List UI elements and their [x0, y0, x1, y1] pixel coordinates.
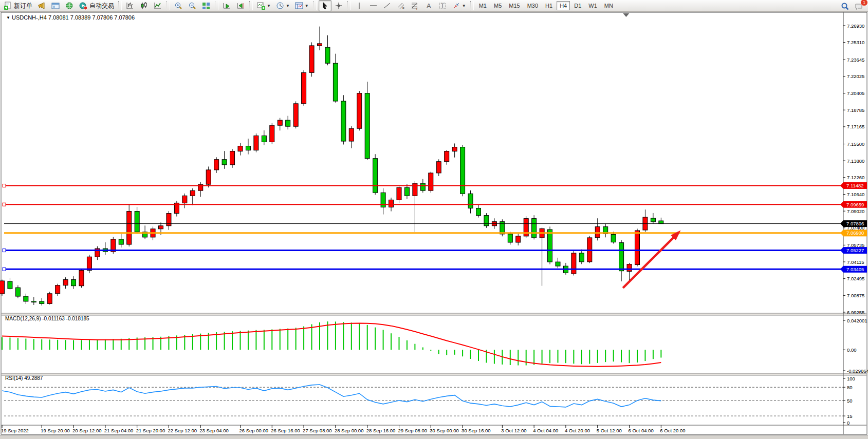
candle-body[interactable]	[254, 136, 258, 150]
candle-body[interactable]	[31, 301, 36, 302]
candle-body[interactable]	[302, 72, 306, 103]
trendline-button[interactable]	[381, 0, 394, 11]
bar-chart-button[interactable]	[124, 0, 137, 11]
candle-body[interactable]	[349, 128, 354, 141]
timeframe-button-m15[interactable]: M15	[506, 1, 523, 10]
candle-body[interactable]	[548, 230, 552, 262]
candle-body[interactable]	[8, 281, 12, 289]
tile-windows-button[interactable]	[200, 0, 213, 11]
cursor-button[interactable]	[319, 0, 331, 11]
candle-body[interactable]	[286, 120, 290, 126]
candle-body[interactable]	[532, 219, 537, 238]
chevron-down-icon[interactable]: ▼	[267, 4, 271, 8]
candlestick-button[interactable]	[138, 0, 151, 11]
candle-body[interactable]	[230, 151, 235, 165]
search-button[interactable]	[839, 1, 852, 12]
candle-body[interactable]	[341, 101, 346, 141]
crosshair-button[interactable]	[333, 0, 345, 11]
candle-body[interactable]	[357, 93, 362, 129]
candle-body[interactable]	[445, 151, 449, 162]
candle-body[interactable]	[63, 280, 68, 285]
candle-body[interactable]	[484, 216, 489, 226]
templates-button[interactable]: ▼	[293, 0, 311, 11]
candle-body[interactable]	[278, 120, 282, 125]
candle-body[interactable]	[508, 234, 512, 242]
candle-body[interactable]	[270, 125, 274, 142]
fibonacci-button[interactable]: F	[409, 0, 421, 11]
candle-body[interactable]	[293, 104, 298, 126]
vertical-line-button[interactable]	[353, 0, 366, 11]
candle-body[interactable]	[659, 221, 663, 224]
candle-body[interactable]	[40, 301, 44, 303]
timeframe-button-h4[interactable]: H4	[557, 1, 570, 10]
candle-body[interactable]	[420, 183, 425, 190]
periods-button[interactable]: ▼	[274, 0, 292, 11]
candle-body[interactable]	[190, 190, 195, 196]
arrows-button[interactable]: ▼	[450, 0, 468, 11]
channel-button[interactable]: E	[395, 0, 408, 11]
candle-body[interactable]	[119, 239, 123, 244]
candle-body[interactable]	[87, 257, 91, 270]
timeframe-button-d1[interactable]: D1	[571, 1, 584, 10]
timeframe-button-m5[interactable]: M5	[491, 1, 505, 10]
timeframe-button-w1[interactable]: W1	[585, 1, 600, 10]
candle-body[interactable]	[373, 159, 378, 193]
timeframe-button-h1[interactable]: H1	[542, 1, 556, 10]
timeframe-button-mn[interactable]: MN	[601, 1, 616, 10]
candle-body[interactable]	[452, 147, 457, 151]
candle-body[interactable]	[159, 226, 163, 229]
horizontal-line-button[interactable]	[367, 0, 380, 11]
candle-body[interactable]	[619, 243, 624, 271]
auto-scroll-button[interactable]	[220, 0, 233, 11]
candle-body[interactable]	[246, 146, 250, 150]
line-handle[interactable]	[3, 268, 6, 271]
timeframe-button-m1[interactable]: M1	[476, 1, 490, 10]
chat-button[interactable]: 1	[853, 1, 865, 12]
candle-body[interactable]	[579, 253, 584, 262]
pane-splitter[interactable]	[2, 313, 866, 315]
line-handle[interactable]	[3, 203, 6, 206]
zoom-in-button[interactable]	[172, 0, 185, 11]
announcement-button[interactable]	[35, 0, 48, 11]
candle-body[interactable]	[651, 218, 655, 222]
candle-body[interactable]	[262, 136, 266, 142]
zoom-out-button[interactable]	[186, 0, 199, 11]
chart-canvas[interactable]: 7.269307.253107.236457.220257.204057.187…	[0, 12, 868, 439]
pane-splitter[interactable]	[2, 373, 866, 375]
chart-menu-caret[interactable]: ▼	[6, 15, 10, 20]
candle-body[interactable]	[436, 162, 441, 173]
candle-body[interactable]	[635, 231, 640, 265]
candle-body[interactable]	[127, 212, 132, 245]
candle-body[interactable]	[476, 208, 481, 215]
candle-body[interactable]	[47, 294, 52, 304]
chevron-down-icon[interactable]: ▼	[286, 4, 290, 8]
candle-body[interactable]	[182, 196, 187, 203]
market-watch-button[interactable]	[49, 0, 62, 11]
autotrading-button[interactable]: 自动交易	[77, 0, 116, 11]
line-handle[interactable]	[3, 249, 6, 252]
candle-body[interactable]	[0, 281, 5, 294]
candle-body[interactable]	[238, 146, 243, 151]
line-handle[interactable]	[3, 184, 6, 187]
candle-body[interactable]	[206, 170, 211, 184]
candle-body[interactable]	[333, 63, 338, 101]
candle-body[interactable]	[468, 194, 473, 208]
community-button[interactable]	[63, 0, 76, 11]
line-chart-button[interactable]	[152, 0, 164, 11]
candle-body[interactable]	[222, 160, 227, 165]
chevron-down-icon[interactable]: ▼	[305, 4, 309, 8]
candle-body[interactable]	[56, 285, 60, 294]
candle-body[interactable]	[556, 262, 560, 266]
candle-body[interactable]	[516, 236, 521, 242]
candle-body[interactable]	[627, 264, 632, 272]
candle-body[interactable]	[71, 280, 76, 286]
chart-window[interactable]: 7.269307.253107.236457.220257.204057.187…	[0, 12, 868, 439]
candle-body[interactable]	[135, 212, 139, 232]
candle-body[interactable]	[309, 46, 314, 72]
candle-body[interactable]	[325, 47, 330, 63]
candle-body[interactable]	[365, 93, 370, 159]
indicators-button[interactable]: ▼	[255, 0, 273, 11]
candle-body[interactable]	[611, 234, 616, 242]
new-order-button[interactable]: 新订单	[2, 0, 34, 11]
chart-shift-button[interactable]	[234, 0, 247, 11]
